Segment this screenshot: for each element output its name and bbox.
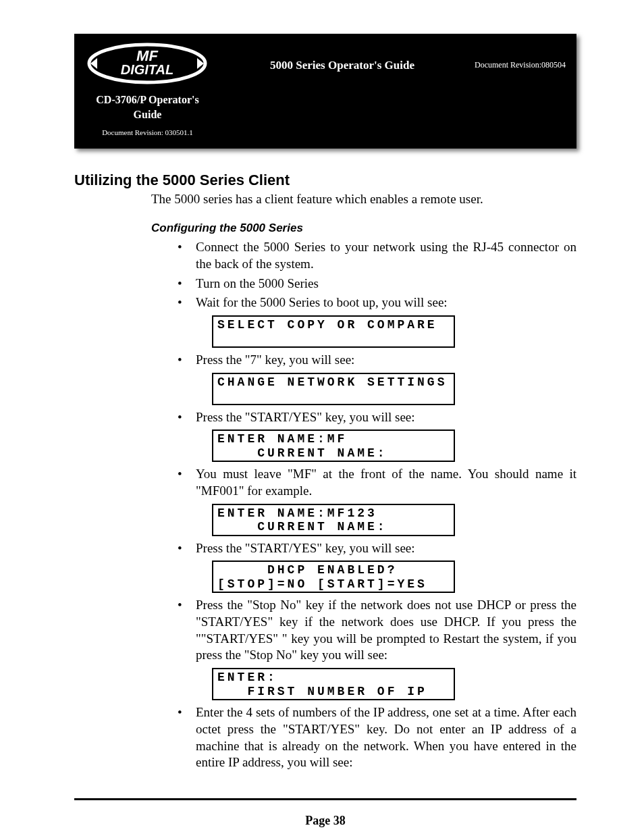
header-banner: MF DIGITAL 5000 Series Operator's Guide … xyxy=(74,34,576,149)
lcd-display: CHANGE NETWORK SETTINGS xyxy=(212,373,455,405)
step-text: Enter the 4 sets of numbers of the IP ad… xyxy=(196,705,576,769)
step-text: Press the "Stop No" key if the network d… xyxy=(196,598,576,662)
header-sub-block: CD-3706/P Operator's Guide Document Revi… xyxy=(85,93,210,136)
step-text: Press the "START/YES" key, you will see: xyxy=(196,410,415,424)
step-item: Press the "Stop No" key if the network d… xyxy=(192,597,576,700)
header-row: MF DIGITAL 5000 Series Operator's Guide … xyxy=(85,42,566,88)
step-text: Press the "START/YES" key, you will see: xyxy=(196,541,415,555)
header-doc-rev: Document Revision:080504 xyxy=(475,60,566,70)
lcd-display: SELECT COPY OR COMPARE xyxy=(212,315,455,348)
step-item: Turn on the 5000 Series xyxy=(192,276,576,292)
mf-digital-logo: MF DIGITAL xyxy=(85,42,210,86)
step-item: Press the "START/YES" key, you will see:… xyxy=(192,540,576,594)
footer-rule xyxy=(74,798,576,800)
section-intro: The 5000 series has a client feature whi… xyxy=(151,192,576,207)
section-subheading: Configuring the 5000 Series xyxy=(151,221,576,235)
step-item: Press the "START/YES" key, you will see:… xyxy=(192,409,576,463)
step-item: You must leave "MF" at the front of the … xyxy=(192,466,576,536)
logo-wrap: MF DIGITAL xyxy=(85,42,210,88)
step-text: Press the "7" key, you will see: xyxy=(196,353,354,367)
step-item: Press the "7" key, you will see: CHANGE … xyxy=(192,352,576,405)
step-text: Turn on the 5000 Series xyxy=(196,276,319,290)
header-sub-title: CD-3706/P Operator's Guide xyxy=(85,93,210,122)
content-body: Utilizing the 5000 Series Client The 500… xyxy=(74,172,576,771)
step-text: Wait for the 5000 Series to boot up, you… xyxy=(196,295,448,309)
document-page: MF DIGITAL 5000 Series Operator's Guide … xyxy=(0,0,644,834)
page-number: Page 38 xyxy=(74,814,576,828)
lcd-display: ENTER NAME:MF CURRENT NAME: xyxy=(212,429,455,462)
section-heading: Utilizing the 5000 Series Client xyxy=(74,172,576,189)
lcd-display: ENTER NAME:MF123 CURRENT NAME: xyxy=(212,504,455,536)
step-item: Wait for the 5000 Series to boot up, you… xyxy=(192,294,576,348)
header-sub-rev: Document Revision: 030501.1 xyxy=(85,128,210,136)
header-title: 5000 Series Operator's Guide xyxy=(223,59,461,72)
logo-text-bottom: DIGITAL xyxy=(121,62,174,77)
step-text: You must leave "MF" at the front of the … xyxy=(196,467,576,498)
lcd-display: DHCP ENABLED? [STOP]=NO [START]=YES xyxy=(212,561,455,593)
lcd-display: ENTER: FIRST NUMBER OF IP xyxy=(212,668,455,700)
step-item: Connect the 5000 Series to your network … xyxy=(192,239,576,272)
step-text: Connect the 5000 Series to your network … xyxy=(196,240,576,271)
step-item: Enter the 4 sets of numbers of the IP ad… xyxy=(192,704,576,771)
steps-list: Connect the 5000 Series to your network … xyxy=(177,239,576,771)
